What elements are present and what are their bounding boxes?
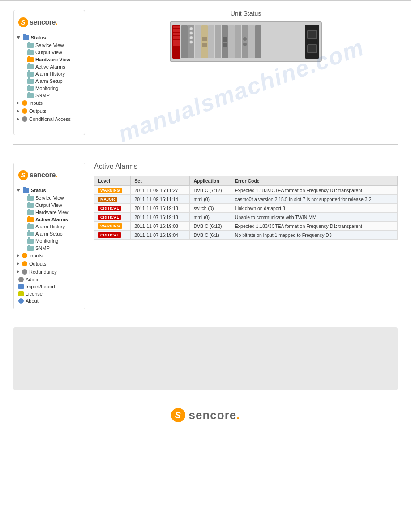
sidebar-item-service-view-2[interactable]: Service View [23,194,85,202]
sidebar-item-output-view-2[interactable]: Output View [23,202,85,209]
sidebar-label-aa2: Active Alarms [35,217,68,222]
person-icon [18,277,24,282]
sidebar-1: S sencore. Status Service View Output Vi… [13,10,85,135]
sidebar-item-monitoring-2[interactable]: Monitoring [23,237,85,245]
sidebar-label-license: License [26,291,43,296]
footer-logo: S sencore. [0,399,411,431]
sidebar-label-inputs1: Inputs [29,100,43,106]
sidebar-label-ah2: Alarm History [35,224,65,229]
folder-icon-ah2 [27,224,34,229]
sidebar-item-alarm-history-1[interactable]: Alarm History [23,70,85,77]
alarm-application: mmi (0) [190,213,231,222]
table-row: MAJOR2011-11-09 15:11:14mmi (0)casmo0t-a… [94,195,398,204]
arrow-right-icon-inputs1 [17,101,19,105]
sencore-s-icon: S [18,17,28,27]
sidebar-item-hardware-view-2[interactable]: Hardware View [23,209,85,216]
sidebar-label-as2: Alarm Setup [35,231,63,236]
sidebar-logo-1: S sencore. [14,15,85,32]
arrow-right-icon-outputs1 [17,109,19,113]
sidebar-item-snmp-1[interactable]: SNMP [23,92,85,99]
col-application: Application [190,176,231,186]
sidebar-item-hardware-view-1[interactable]: Hardware View [23,56,85,63]
folder-blue-icon [23,35,29,40]
folder-icon-sv1 [27,43,34,48]
alarm-set-time: 2011-11-07 16:19:13 [131,204,190,213]
sidebar-item-inputs-1[interactable]: Inputs [14,99,85,107]
sidebar-item-outputs-2[interactable]: Outputs [14,260,85,268]
alarm-level-badge: WARNING [98,223,122,229]
section-divider-1 [13,144,398,145]
circle-gray-icon-red2 [22,269,27,275]
alarm-level-badge: WARNING [98,188,122,193]
hardware-diagram [170,21,322,62]
footer-sencore-text: sencore. [189,408,240,422]
sidebar-label-import-export: Import/Export [26,284,55,289]
sidebar-item-status-1[interactable]: Status [14,34,85,42]
folder-icon-as2 [27,232,34,236]
sidebar-item-admin[interactable]: Admin [14,276,85,283]
alarms-table: Level Set Application Error Code WARNING… [94,176,398,240]
sencore-logo-2: S sencore. [18,170,57,180]
alarm-level-badge: CRITICAL [98,232,121,238]
sidebar-item-outputs-1[interactable]: Outputs [14,107,85,115]
folder-icon-hw2 [27,210,34,215]
arrow-right-icon-outputs2 [17,262,19,266]
alarm-error-code: Unable to communicate with TWIN MMI [231,213,397,222]
sidebar-item-about[interactable]: About [14,297,85,305]
folder-blue-icon-2 [23,188,29,193]
sidebar-label-mon1: Monitoring [35,86,58,91]
sidebar-item-alarm-setup-2[interactable]: Alarm Setup [23,230,85,237]
sidebar-status-children-2: Service View Output View Hardware View A… [14,194,85,252]
key-icon [18,291,24,296]
alarm-application: DVB-C (7:12) [190,186,231,195]
sidebar-label-as1: Alarm Setup [35,78,63,84]
alarm-level: CRITICAL [94,231,131,240]
sidebar-item-import-export[interactable]: Import/Export [14,283,85,290]
alarm-level: WARNING [94,186,131,195]
sidebar-label-admin: Admin [26,277,39,282]
sidebar-item-status-2[interactable]: Status [14,186,85,194]
sidebar-item-license[interactable]: License [14,290,85,297]
sidebar-label-hw1: Hardware View [35,57,70,62]
col-set: Set [131,176,190,186]
table-row: CRITICAL2011-11-07 16:19:13switch (0)Lin… [94,204,398,213]
sidebar-label-ov1: Output View [35,50,62,55]
active-alarms-title: Active Alarms [94,163,398,171]
sidebar-label-ah1: Alarm History [35,71,65,77]
col-level: Level [94,176,131,186]
folder-icon-aa2 [27,217,34,222]
sidebar-item-alarm-history-2[interactable]: Alarm History [23,223,85,230]
sidebar-label-outputs1: Outputs [29,108,47,114]
table-row: WARNING2011-11-09 15:11:27DVB-C (7:12)Ex… [94,186,398,195]
sidebar-item-ca-1[interactable]: Conditional Access [14,115,85,123]
sidebar-label-aa1: Active Alarms [35,64,65,69]
sidebar-item-service-view-1[interactable]: Service View [23,42,85,49]
sidebar-item-alarm-setup-1[interactable]: Alarm Setup [23,77,85,85]
sidebar-item-active-alarms-2[interactable]: Active Alarms [23,216,85,223]
sidebar-label-status-1: Status [31,35,46,40]
sidebar-item-output-view-1[interactable]: Output View [23,49,85,56]
alarm-application: mmi (0) [190,195,231,204]
arrow-down-icon [17,36,20,39]
alarm-set-time: 2011-11-09 15:11:14 [131,195,190,204]
sidebar-label-sv2: Service View [35,195,64,201]
circle-gray-icon-ca1 [22,116,27,122]
arrow-right-icon-red2 [17,270,19,274]
sidebar-item-monitoring-1[interactable]: Monitoring [23,85,85,92]
alarm-level: MAJOR [94,195,131,204]
sencore-s-icon-2: S [18,170,28,180]
sidebar-logo-2: S sencore. [14,167,85,184]
sidebar-label-snmp1: SNMP [35,93,50,98]
sidebar-item-redundancy-2[interactable]: Redundancy [14,268,85,276]
sidebar-label-snmp2: SNMP [35,245,50,251]
sencore-brand-text-2: sencore. [30,171,57,179]
alarm-set-time: 2011-11-07 16:19:08 [131,222,190,231]
folder-icon-ah1 [27,72,34,77]
folder-icon-mon1 [27,86,34,91]
sidebar-item-snmp-2[interactable]: SNMP [23,245,85,252]
sencore-brand-text: sencore. [30,18,57,26]
sidebar-item-active-alarms-1[interactable]: Active Alarms [23,63,85,70]
alarm-set-time: 2011-11-09 15:11:27 [131,186,190,195]
sidebar-item-inputs-2[interactable]: Inputs [14,252,85,260]
unit-status-title: Unit Status [94,10,398,17]
